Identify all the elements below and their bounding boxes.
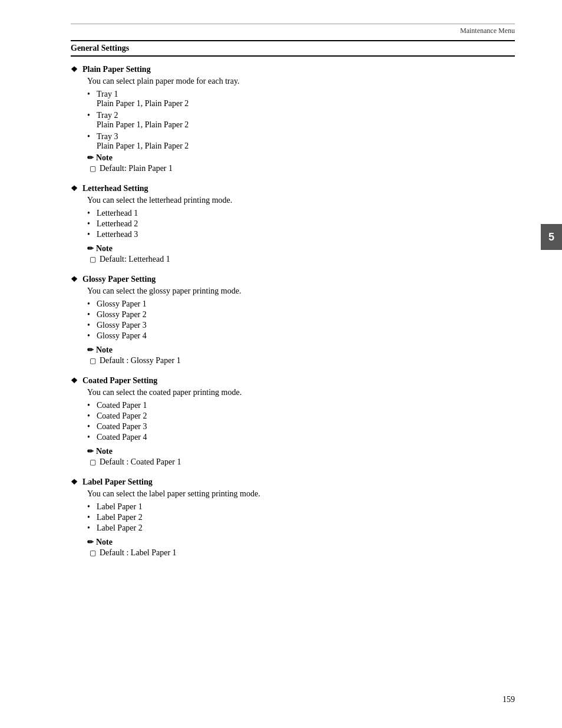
subsection-coated-paper: ❖ Coated Paper Setting You can select th… <box>71 376 515 467</box>
note-content: ▢ Default : Label Paper 1 <box>90 548 515 558</box>
tray-3-item: • Tray 3 Plain Paper 1, Plain Paper 2 <box>97 132 515 151</box>
list-item: Label Paper 1 <box>97 502 515 512</box>
tray-list: • Tray 1 Plain Paper 1, Plain Paper 2 • … <box>97 90 515 151</box>
list-item: Glossy Paper 2 <box>97 310 515 319</box>
diamond-icon: ❖ <box>71 65 78 74</box>
tray-2-options: Plain Paper 1, Plain Paper 2 <box>97 120 515 130</box>
glossy-paper-note: ✏ Note ▢ Default : Glossy Paper 1 <box>87 345 515 365</box>
page-header: Maintenance Menu <box>71 27 515 35</box>
note-content: ▢ Default : Coated Paper 1 <box>90 457 515 467</box>
list-item: Coated Paper 4 <box>97 433 515 442</box>
plain-paper-desc: You can select plain paper mode for each… <box>87 77 515 86</box>
diamond-icon: ❖ <box>71 376 78 386</box>
note-pencil-icon: ✏ <box>87 244 94 253</box>
letterhead-desc: You can select the letterhead printing m… <box>87 196 515 205</box>
tray-1-options: Plain Paper 1, Plain Paper 2 <box>97 99 515 108</box>
note-title: ✏ Note <box>87 447 515 456</box>
coated-paper-note: ✏ Note ▢ Default : Coated Paper 1 <box>87 447 515 467</box>
bullet-icon: • <box>87 90 90 99</box>
glossy-paper-desc: You can select the glossy paper printing… <box>87 286 515 296</box>
note-title: ✏ Note <box>87 538 515 547</box>
note-pencil-icon: ✏ <box>87 538 94 547</box>
checkbox-icon: ▢ <box>90 164 96 173</box>
list-item: Label Paper 2 <box>97 523 515 533</box>
note-title: ✏ Note <box>87 244 515 253</box>
section-title-bar: General Settings <box>71 40 515 57</box>
note-content: ▢ Default : Glossy Paper 1 <box>90 356 515 365</box>
list-item: Glossy Paper 4 <box>97 331 515 341</box>
coated-paper-desc: You can select the coated paper printing… <box>87 388 515 397</box>
label-paper-note: ✏ Note ▢ Default : Label Paper 1 <box>87 538 515 558</box>
label-paper-title: ❖ Label Paper Setting <box>71 477 515 487</box>
tray-3-name: Tray 3 <box>97 132 515 141</box>
list-item: Label Paper 2 <box>97 513 515 522</box>
coated-paper-list: Coated Paper 1 Coated Paper 2 Coated Pap… <box>97 401 515 442</box>
note-content: ▢ Default: Plain Paper 1 <box>90 164 515 173</box>
list-item: Letterhead 3 <box>97 230 515 239</box>
subsection-plain-paper: ❖ Plain Paper Setting You can select pla… <box>71 65 515 173</box>
letterhead-note: ✏ Note ▢ Default: Letterhead 1 <box>87 244 515 264</box>
plain-paper-title: ❖ Plain Paper Setting <box>71 65 515 74</box>
tray-2-name: Tray 2 <box>97 111 515 120</box>
tray-1-item: • Tray 1 Plain Paper 1, Plain Paper 2 <box>97 90 515 108</box>
diamond-icon: ❖ <box>71 477 78 487</box>
tray-2-item: • Tray 2 Plain Paper 1, Plain Paper 2 <box>97 111 515 130</box>
list-item: Coated Paper 1 <box>97 401 515 410</box>
note-title: ✏ Note <box>87 153 515 163</box>
note-title: ✏ Note <box>87 345 515 355</box>
checkbox-icon: ▢ <box>90 458 96 467</box>
subsection-letterhead: ❖ Letterhead Setting You can select the … <box>71 184 515 264</box>
list-item: Letterhead 1 <box>97 209 515 218</box>
chapter-tab-5: 5 <box>541 224 562 250</box>
list-item: Glossy Paper 1 <box>97 299 515 309</box>
section-title: General Settings <box>71 44 129 52</box>
page: Maintenance Menu General Settings ❖ Plai… <box>0 0 562 728</box>
top-rule <box>71 24 515 24</box>
list-item: Coated Paper 3 <box>97 422 515 431</box>
subsection-glossy-paper: ❖ Glossy Paper Setting You can select th… <box>71 275 515 365</box>
page-number: 159 <box>503 695 515 704</box>
tray-3-options: Plain Paper 1, Plain Paper 2 <box>97 141 515 151</box>
label-paper-desc: You can select the label paper setting p… <box>87 489 515 499</box>
glossy-paper-list: Glossy Paper 1 Glossy Paper 2 Glossy Pap… <box>97 299 515 341</box>
checkbox-icon: ▢ <box>90 255 96 264</box>
tray-1-name: Tray 1 <box>97 90 515 99</box>
list-item: Coated Paper 2 <box>97 411 515 421</box>
letterhead-list: Letterhead 1 Letterhead 2 Letterhead 3 <box>97 209 515 239</box>
checkbox-icon: ▢ <box>90 357 96 365</box>
checkbox-icon: ▢ <box>90 549 96 558</box>
diamond-icon: ❖ <box>71 275 78 284</box>
note-pencil-icon: ✏ <box>87 153 94 163</box>
bullet-icon: • <box>87 111 90 120</box>
note-pencil-icon: ✏ <box>87 345 94 355</box>
plain-paper-note: ✏ Note ▢ Default: Plain Paper 1 <box>87 153 515 173</box>
subsection-label-paper: ❖ Label Paper Setting You can select the… <box>71 477 515 558</box>
diamond-icon: ❖ <box>71 184 78 193</box>
note-pencil-icon: ✏ <box>87 447 94 456</box>
list-item: Letterhead 2 <box>97 219 515 229</box>
glossy-paper-title: ❖ Glossy Paper Setting <box>71 275 515 284</box>
list-item: Glossy Paper 3 <box>97 321 515 330</box>
label-paper-list: Label Paper 1 Label Paper 2 Label Paper … <box>97 502 515 533</box>
header-text: Maintenance Menu <box>460 27 515 35</box>
coated-paper-title: ❖ Coated Paper Setting <box>71 376 515 386</box>
note-content: ▢ Default: Letterhead 1 <box>90 255 515 264</box>
letterhead-title: ❖ Letterhead Setting <box>71 184 515 193</box>
bullet-icon: • <box>87 132 90 141</box>
